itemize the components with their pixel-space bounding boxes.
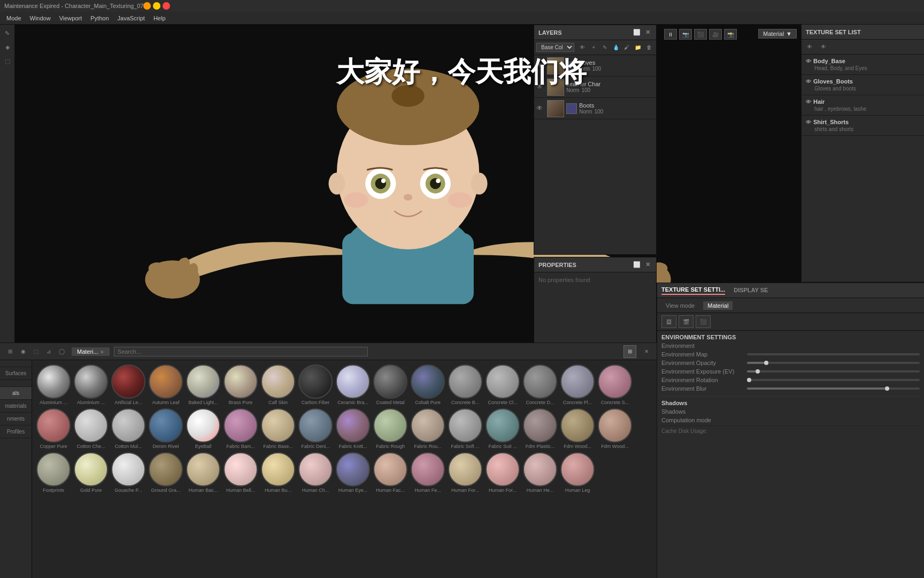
- sidebar-item-nments[interactable]: nments: [0, 413, 32, 425]
- pause-btn[interactable]: ⏸: [664, 29, 677, 40]
- layer-tb-paint[interactable]: 🖌: [622, 42, 632, 54]
- list-item[interactable]: EyeBall: [186, 408, 220, 449]
- left-tool-1[interactable]: ✎: [1, 27, 14, 40]
- list-item[interactable]: Artificial Le...: [111, 364, 145, 405]
- list-item[interactable]: Human Fe...: [411, 452, 445, 493]
- layer-vis-icon[interactable]: 👁: [536, 62, 545, 70]
- list-item[interactable]: Human Bac...: [186, 452, 220, 493]
- list-item[interactable]: Concrete Pl...: [560, 364, 595, 405]
- list-item[interactable]: Fdm Wood...: [598, 408, 632, 449]
- list-item[interactable]: Cotton Mul...: [111, 408, 145, 449]
- left-tool-3[interactable]: ⬚: [1, 55, 14, 67]
- list-item[interactable]: Fabric Soft ...: [448, 408, 482, 449]
- left-tool-2[interactable]: ◈: [1, 41, 14, 54]
- shelf-grid-btn[interactable]: ⬚: [30, 346, 42, 358]
- list-item[interactable]: Aluminium ...: [74, 364, 108, 405]
- list-item[interactable]: Human Fac...: [373, 452, 407, 493]
- list-item[interactable]: Cobalt Pure: [411, 364, 445, 405]
- list-item[interactable]: Concrete B...: [448, 364, 482, 405]
- ts-eye-icon[interactable]: 👁: [806, 58, 811, 64]
- menu-window[interactable]: Window: [26, 14, 55, 22]
- shelf-funnel-btn[interactable]: ⊿: [43, 346, 55, 358]
- list-item[interactable]: Human For...: [486, 452, 520, 493]
- maximize-btn[interactable]: [153, 2, 160, 10]
- list-item[interactable]: Fabric Rough: [373, 408, 407, 449]
- list-item[interactable]: Baked Light...: [186, 364, 220, 405]
- sidebar-item-profiles[interactable]: Profiles: [0, 425, 32, 438]
- menu-help[interactable]: Help: [149, 14, 170, 22]
- list-item[interactable]: Gouache P...: [111, 452, 145, 493]
- list-item[interactable]: Autumn Leaf: [149, 364, 183, 405]
- list-item[interactable]: Fabric Deni...: [298, 408, 333, 449]
- list-item[interactable]: Concrete Cl...: [486, 364, 520, 405]
- tab-texture-set-settings[interactable]: TEXTURE SET SETTI...: [661, 286, 725, 295]
- list-item[interactable]: Ceramic Bra...: [336, 364, 370, 405]
- list-item[interactable]: Fdm Wood...: [560, 408, 595, 449]
- photo-btn[interactable]: 📸: [724, 29, 737, 40]
- grid-view-btn[interactable]: ⊞: [623, 345, 636, 358]
- list-item[interactable]: Human Bell...: [224, 452, 258, 493]
- list-item[interactable]: Calf Skin: [261, 364, 295, 405]
- shelf-eye-btn[interactable]: ◉: [17, 346, 29, 358]
- list-item[interactable]: Copper Pure: [36, 408, 71, 449]
- layers-expand-btn[interactable]: ⬜: [633, 28, 641, 37]
- menu-python[interactable]: Python: [86, 14, 113, 22]
- props-close-btn[interactable]: ✕: [643, 261, 652, 269]
- list-item[interactable]: Carbon Fiber: [298, 364, 333, 405]
- list-item[interactable]: Ground Gra...: [149, 452, 183, 493]
- film-btn[interactable]: 🎥: [709, 29, 722, 40]
- list-item[interactable]: Coated Metal: [373, 364, 407, 405]
- tab-display-settings[interactable]: DISPLAY SE: [734, 287, 768, 294]
- props-expand-btn[interactable]: ⬜: [633, 261, 641, 269]
- layers-close-btn[interactable]: ✕: [643, 28, 652, 37]
- menu-viewport[interactable]: Viewport: [55, 14, 87, 22]
- tss-env-map-bar[interactable]: [747, 353, 920, 355]
- cube-btn[interactable]: ⬛: [694, 29, 707, 40]
- tss-env-rotation-slider[interactable]: [747, 379, 920, 381]
- list-item[interactable]: 👁 Shirt_Shorts shirts and shorts: [802, 116, 924, 136]
- minimize-btn[interactable]: [143, 2, 151, 10]
- tss-env-exposure-slider[interactable]: [747, 370, 920, 372]
- list-item[interactable]: Aluminium ...: [36, 364, 71, 405]
- list-item[interactable]: Concrete S...: [598, 364, 632, 405]
- shelf-filter-btn[interactable]: ⊞: [4, 346, 16, 358]
- ts-eye-icon[interactable]: 👁: [806, 79, 811, 85]
- list-item[interactable]: 👁 Hair hair , eyebrows, lashe: [802, 95, 924, 116]
- list-item[interactable]: Fabric Base...: [261, 408, 295, 449]
- layer-vis-icon[interactable]: 👁: [536, 83, 545, 92]
- list-item[interactable]: Concrete D...: [523, 364, 557, 405]
- list-item[interactable]: Fabric Suit ...: [486, 408, 520, 449]
- close-btn[interactable]: [163, 2, 170, 10]
- material-dropdown[interactable]: Material ▼: [758, 29, 797, 39]
- list-item[interactable]: Human He...: [523, 452, 557, 493]
- list-item[interactable]: Human Bu...: [261, 452, 295, 493]
- tab-view-mode[interactable]: View mode: [661, 301, 699, 310]
- list-item[interactable]: Fabric Rou...: [411, 408, 445, 449]
- sidebar-item-surfaces[interactable]: Surfaces: [0, 367, 32, 380]
- layer-tb-folder[interactable]: 📁: [633, 42, 643, 54]
- tss-cube-btn[interactable]: ⬛: [696, 315, 711, 328]
- tss-vid-btn[interactable]: 🎬: [679, 315, 694, 328]
- sidebar-item-als[interactable]: als: [0, 387, 32, 400]
- list-item[interactable]: Cotton Che...: [74, 408, 108, 449]
- shelf-tab-close[interactable]: ✕: [100, 349, 104, 355]
- ts-eye2-btn[interactable]: 👁: [818, 41, 829, 53]
- list-item[interactable]: 👁 Gloves_Boots Gloves and boots: [802, 75, 924, 95]
- tab-material[interactable]: Material: [703, 301, 733, 310]
- list-item[interactable]: Human Eye...: [336, 452, 370, 493]
- list-item[interactable]: 👁 Body_Base Head, Body, and Eyes: [802, 55, 924, 75]
- ts-eye-icon[interactable]: 👁: [806, 119, 811, 125]
- tss-env-blur-slider[interactable]: [747, 387, 920, 390]
- shelf-tab-materials[interactable]: Materi... ✕: [72, 347, 110, 356]
- menu-javascript[interactable]: JavaScript: [113, 14, 149, 22]
- layer-tb-pen[interactable]: ✎: [599, 42, 610, 54]
- list-item[interactable]: Fdm Plastic...: [523, 408, 557, 449]
- ts-eye-btn[interactable]: 👁: [804, 41, 815, 53]
- table-row[interactable]: 👁 Boots Norm 100: [534, 98, 656, 119]
- tss-img-btn[interactable]: 🖼: [661, 315, 676, 328]
- sidebar-item-0[interactable]: [0, 360, 32, 367]
- base-col-dropdown[interactable]: Base Col: [536, 43, 574, 52]
- list-item[interactable]: Human Ch...: [298, 452, 333, 493]
- tss-env-opacity-slider[interactable]: [747, 362, 920, 364]
- shelf-search-input[interactable]: [114, 347, 368, 356]
